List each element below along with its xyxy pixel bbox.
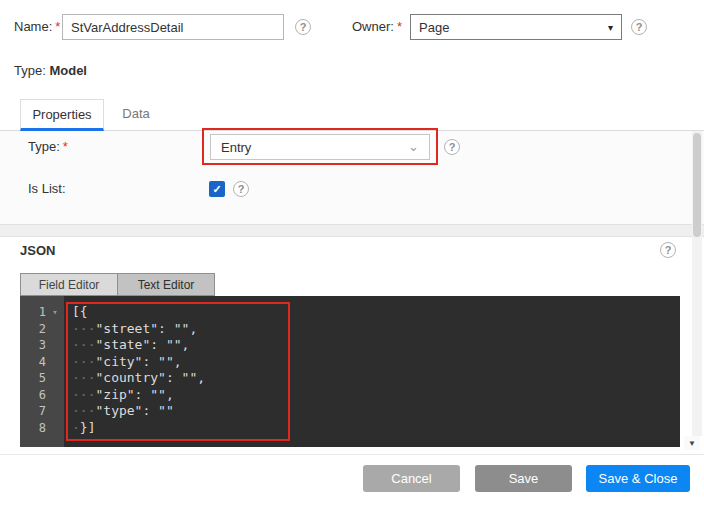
name-label-text: Name: — [14, 19, 52, 34]
fold-marker-icon — [46, 354, 64, 371]
code-text: ···"city": "", — [64, 354, 182, 371]
vertical-scrollbar-thumb[interactable] — [693, 133, 701, 237]
model-variable-dialog: Name:* ? Owner:* Page ▾ ? Type: Model Pr… — [0, 0, 704, 511]
json-code-editor[interactable]: 1▾[{2···"street": "",3···"state": "",4··… — [20, 296, 680, 447]
fold-marker-icon — [46, 420, 64, 437]
tab-data-label: Data — [122, 106, 149, 121]
code-line: 7···"type": "" — [20, 403, 680, 420]
code-line: 2···"street": "", — [20, 321, 680, 338]
tab-properties-label: Properties — [32, 107, 91, 122]
code-text: ···"state": "", — [64, 337, 189, 354]
is-list-help-icon[interactable]: ? — [233, 181, 249, 197]
name-help-icon[interactable]: ? — [295, 19, 311, 35]
question-mark-icon: ? — [665, 244, 672, 256]
tab-properties[interactable]: Properties — [20, 99, 104, 131]
chevron-down-icon: ▾ — [608, 22, 613, 33]
line-number: 1 — [20, 304, 46, 321]
code-text: [{ — [64, 304, 88, 321]
line-number: 5 — [20, 370, 46, 387]
question-mark-icon: ? — [300, 21, 307, 33]
code-line: 3···"state": "", — [20, 337, 680, 354]
line-number: 4 — [20, 354, 46, 371]
question-mark-icon: ? — [636, 21, 643, 33]
question-mark-icon: ? — [238, 183, 245, 195]
code-text: ···"zip": "", — [64, 387, 174, 404]
code-text: ···"street": "", — [64, 321, 197, 338]
type-model-line: Type: Model — [14, 58, 87, 84]
owner-select[interactable]: Page ▾ — [410, 14, 622, 40]
fold-marker-icon — [46, 403, 64, 420]
owner-help-icon[interactable]: ? — [631, 19, 647, 35]
text-editor-label: Text Editor — [138, 278, 195, 292]
owner-selected-value: Page — [419, 20, 449, 35]
line-number: 8 — [20, 420, 46, 437]
fold-marker-icon — [46, 387, 64, 404]
prop-type-label-text: Type: — [28, 139, 60, 154]
type-value-text: Model — [49, 63, 87, 78]
owner-label: Owner:* — [352, 14, 402, 40]
save-and-close-button[interactable]: Save & Close — [586, 465, 690, 492]
entry-type-help-icon[interactable]: ? — [444, 139, 460, 155]
entry-type-dropdown[interactable]: Entry ⌄ — [210, 134, 430, 160]
line-number: 7 — [20, 403, 46, 420]
line-number: 6 — [20, 387, 46, 404]
name-label: Name:* — [14, 14, 60, 40]
footer-bar: Cancel Save Save & Close — [0, 454, 704, 511]
code-line: 6···"zip": "", — [20, 387, 680, 404]
section-separator — [0, 224, 704, 237]
tab-bar: Properties Data — [0, 99, 704, 131]
save-button[interactable]: Save — [475, 465, 572, 492]
required-asterisk: * — [63, 139, 68, 154]
required-asterisk: * — [397, 19, 402, 34]
code-line: 8·}] — [20, 420, 680, 437]
chevron-down-icon: ⌄ — [408, 142, 419, 152]
code-lines: 1▾[{2···"street": "",3···"state": "",4··… — [20, 304, 680, 436]
question-mark-icon: ? — [449, 141, 456, 153]
code-line: 4···"city": "", — [20, 354, 680, 371]
fold-marker-icon — [46, 370, 64, 387]
json-section-title: JSON — [20, 243, 55, 258]
scroll-down-arrow-icon[interactable]: ▼ — [684, 436, 700, 450]
field-editor-label: Field Editor — [39, 278, 100, 292]
is-list-label: Is List: — [28, 176, 66, 202]
entry-selected-value: Entry — [221, 140, 251, 155]
cancel-button[interactable]: Cancel — [363, 465, 460, 492]
text-editor-button[interactable]: Text Editor — [118, 273, 215, 296]
line-number: 3 — [20, 337, 46, 354]
code-line: 5···"country": "", — [20, 370, 680, 387]
tab-data[interactable]: Data — [112, 99, 160, 131]
line-number: 2 — [20, 321, 46, 338]
fold-marker-icon[interactable]: ▾ — [46, 304, 64, 321]
owner-label-text: Owner: — [352, 19, 394, 34]
prop-type-label: Type:* — [28, 134, 68, 160]
is-list-checkbox[interactable] — [209, 181, 225, 197]
required-asterisk: * — [55, 19, 60, 34]
down-arrow-glyph: ▼ — [688, 439, 696, 448]
fold-marker-icon — [46, 321, 64, 338]
type-label-text: Type: — [14, 63, 46, 78]
fold-marker-icon — [46, 337, 64, 354]
code-text: ·}] — [64, 420, 95, 437]
name-input[interactable] — [62, 14, 284, 40]
code-line: 1▾[{ — [20, 304, 680, 321]
json-help-icon[interactable]: ? — [660, 242, 676, 258]
is-list-label-text: Is List: — [28, 181, 66, 196]
code-text: ···"country": "", — [64, 370, 205, 387]
code-text: ···"type": "" — [64, 403, 174, 420]
field-editor-button[interactable]: Field Editor — [20, 273, 118, 296]
